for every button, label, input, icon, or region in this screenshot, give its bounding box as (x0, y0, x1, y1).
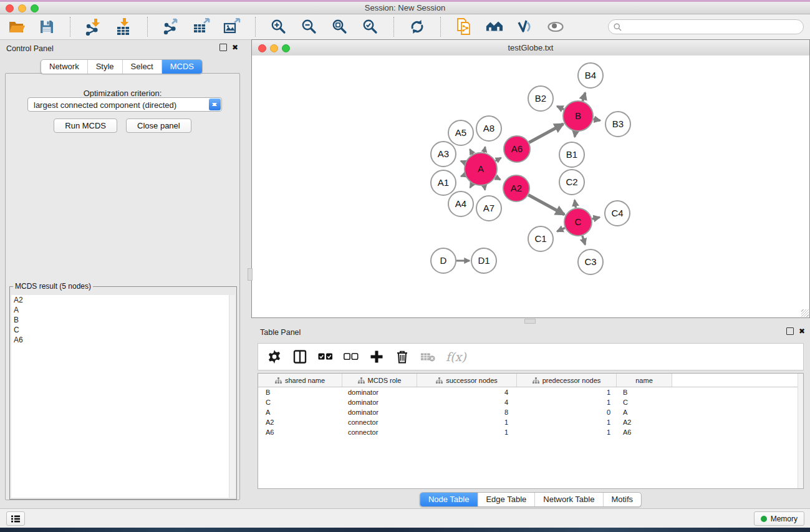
float-table-panel-icon[interactable] (786, 327, 794, 335)
zoom-in-icon[interactable] (270, 18, 287, 36)
graph-node-C3[interactable]: C3 (578, 249, 603, 274)
close-panel-icon[interactable]: ✖ (232, 44, 238, 51)
search-box[interactable] (608, 19, 804, 34)
column-header-name[interactable]: name (617, 374, 672, 387)
vertical-divider-grip[interactable] (248, 268, 253, 281)
graph-node-C[interactable]: C (564, 208, 592, 236)
settings-gear-icon[interactable] (267, 349, 282, 364)
mcds-result-item[interactable]: B (11, 315, 235, 325)
graph-node-A7[interactable]: A7 (476, 196, 501, 221)
import-table-icon[interactable] (115, 18, 133, 36)
zoom-out-icon[interactable] (301, 18, 318, 36)
mcds-result-list[interactable]: A2ABCA6 (11, 295, 235, 498)
select-all-columns-icon[interactable] (318, 349, 333, 364)
mcds-result-item[interactable]: A6 (11, 335, 235, 345)
graph-node-B4[interactable]: B4 (578, 63, 603, 88)
open-file-icon[interactable] (7, 18, 25, 36)
column-header-predecessor-nodes[interactable]: predecessor nodes (517, 374, 617, 387)
graph-edge-A6-B[interactable] (529, 124, 563, 143)
search-input[interactable] (625, 22, 798, 32)
graph-node-B2[interactable]: B2 (528, 86, 553, 111)
zoom-fit-icon[interactable] (331, 18, 349, 36)
close-table-panel-icon[interactable]: ✖ (799, 328, 805, 334)
mcds-result-item[interactable]: C (11, 325, 235, 335)
create-column-icon[interactable] (369, 349, 384, 364)
graph-node-A4[interactable]: A4 (448, 191, 473, 216)
tab-node-table[interactable]: Node Table (420, 493, 478, 506)
column-header-mcds-role[interactable]: MCDS role (342, 374, 417, 387)
graph-edge-A-A7[interactable] (485, 185, 485, 190)
tab-style[interactable]: Style (87, 60, 122, 74)
graph-edge-B-B2[interactable] (557, 106, 564, 109)
graph-node-C2[interactable]: C2 (559, 170, 584, 195)
show-columns-icon[interactable] (292, 349, 307, 364)
network-graph[interactable]: B4B2BB3A8A5A6A3B1AA1C2A2A4A7C4CC1DD1C3 (252, 56, 809, 317)
save-icon[interactable] (38, 18, 55, 36)
tab-mcds[interactable]: MCDS (162, 60, 202, 74)
export-table-icon[interactable] (193, 18, 210, 36)
graph-node-A5[interactable]: A5 (448, 120, 473, 145)
close-panel-button[interactable]: Close panel (126, 118, 191, 133)
graph-node-D[interactable]: D (431, 248, 456, 273)
graph-edge-A-A6[interactable] (496, 158, 501, 161)
graph-node-C1[interactable]: C1 (528, 226, 553, 251)
duplicate-network-icon[interactable] (455, 18, 473, 36)
tab-select[interactable]: Select (122, 60, 162, 74)
column-header-successor-nodes[interactable]: successor nodes (417, 374, 517, 387)
graph-edge-C-C3[interactable] (582, 236, 586, 244)
graph-node-A6[interactable]: A6 (504, 136, 530, 162)
task-history-button[interactable] (6, 511, 25, 526)
network-canvas[interactable]: B4B2BB3A8A5A6A3B1AA1C2A2A4A7C4CC1DD1C3 (252, 56, 809, 317)
export-image-icon[interactable] (223, 18, 241, 36)
graph-node-A1[interactable]: A1 (431, 170, 456, 195)
graph-edge-B-B3[interactable] (594, 119, 600, 120)
graph-edge-A-A2[interactable] (496, 177, 501, 180)
graph-edge-A-A5[interactable] (470, 149, 473, 154)
tab-motifs[interactable]: Motifs (602, 493, 641, 506)
graph-edge-A-A4[interactable] (470, 183, 473, 188)
table-scrollbar[interactable] (798, 374, 803, 488)
graph-edge-A2-C[interactable] (528, 195, 564, 215)
mcds-result-item[interactable]: A2 (11, 295, 235, 305)
graph-edge-C-C4[interactable] (592, 217, 600, 219)
table-row[interactable]: Cdominator41C (258, 397, 803, 407)
network-window-titlebar[interactable]: testGlobe.txt (252, 40, 809, 56)
graph-edge-A-A8[interactable] (484, 147, 485, 152)
mcds-result-item[interactable]: A (11, 305, 235, 315)
graph-node-B3[interactable]: B3 (605, 112, 630, 137)
eye-icon[interactable] (547, 18, 564, 36)
tab-edge-table[interactable]: Edge Table (477, 493, 534, 506)
zoom-selected-icon[interactable] (362, 18, 379, 36)
graph-node-A3[interactable]: A3 (431, 142, 456, 167)
graph-edge-B-B1[interactable] (575, 132, 576, 137)
graph-node-B1[interactable]: B1 (559, 142, 584, 167)
graph-node-A2[interactable]: A2 (503, 175, 529, 201)
run-mcds-button[interactable]: Run MCDS (54, 118, 117, 133)
float-panel-icon[interactable] (219, 44, 227, 51)
tab-network-table[interactable]: Network Table (534, 493, 602, 506)
toggle-graphics-details-icon[interactable] (516, 18, 534, 36)
window-resize-grip[interactable] (801, 309, 809, 317)
graph-edge-C-C2[interactable] (575, 200, 576, 208)
graph-node-C4[interactable]: C4 (605, 201, 630, 226)
column-header-shared-name[interactable]: shared name (258, 374, 342, 387)
graph-node-D1[interactable]: D1 (471, 248, 496, 273)
import-network-icon[interactable] (85, 18, 102, 36)
home-icon[interactable] (486, 18, 503, 36)
graph-node-A8[interactable]: A8 (476, 116, 501, 141)
table-row[interactable]: A6connector11A6 (258, 427, 803, 437)
table-row[interactable]: A2connector11A2 (258, 417, 803, 427)
unselect-all-columns-icon[interactable] (344, 349, 359, 364)
export-network-icon[interactable] (162, 18, 180, 36)
refresh-icon[interactable] (408, 18, 426, 36)
criterion-dropdown[interactable]: largest connected component (directed) (27, 97, 222, 112)
table-row[interactable]: Bdominator41B (258, 387, 803, 397)
graph-edge-A-A3[interactable] (461, 161, 465, 163)
graph-edge-B-B4[interactable] (582, 93, 585, 101)
table-row[interactable]: Adominator80A (258, 407, 803, 417)
delete-columns-trash-icon[interactable] (395, 349, 410, 364)
graph-node-A[interactable]: A (465, 153, 497, 185)
graph-node-B[interactable]: B (563, 101, 593, 131)
mcds-list-scrollbar[interactable] (229, 295, 235, 498)
memory-button[interactable]: Memory (754, 511, 804, 526)
